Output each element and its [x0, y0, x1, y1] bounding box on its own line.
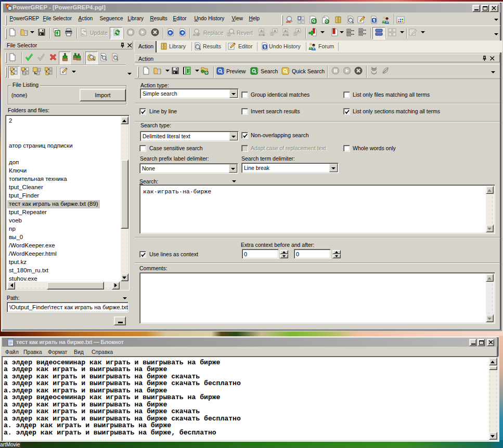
svg-text:A>B: A>B: [193, 33, 200, 36]
svg-text:5: 5: [228, 33, 230, 36]
svg-text:F: F: [187, 68, 190, 74]
svg-text:5: 5: [272, 32, 273, 35]
svg-text:A: A: [297, 29, 300, 33]
svg-text:A: A: [284, 29, 287, 33]
svg-text:5: 5: [295, 32, 296, 35]
svg-text:A: A: [274, 29, 276, 33]
svg-text:A>B: A>B: [259, 33, 265, 36]
svg-text:A>B: A>B: [282, 33, 289, 36]
svg-text:A: A: [260, 29, 263, 33]
